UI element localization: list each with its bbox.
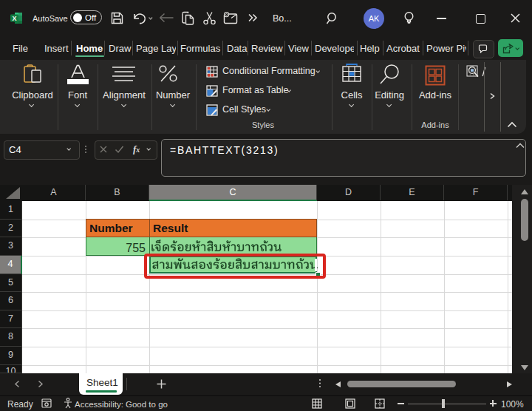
svg-text:X: X [12, 15, 16, 22]
